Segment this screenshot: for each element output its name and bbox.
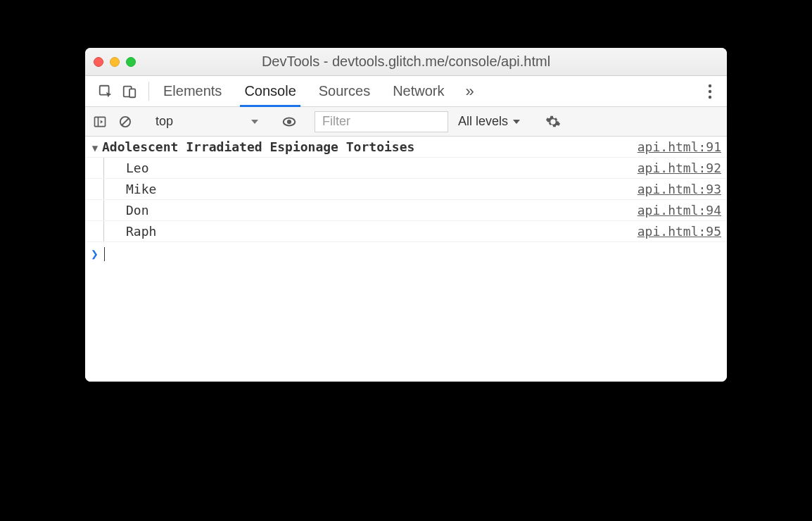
traffic-lights [94,57,136,67]
source-link[interactable]: api.html:95 [637,224,721,239]
disclosure-triangle-icon[interactable]: ▼ [88,142,102,153]
log-message: Don [126,203,637,218]
console-toolbar: top All levels [85,107,727,137]
context-value: top [156,114,173,129]
console-log-row: Mike api.html:93 [85,179,727,200]
text-cursor [104,247,105,261]
titlebar: DevTools - devtools.glitch.me/console/ap… [85,48,727,76]
svg-rect-6 [95,117,106,126]
tabs-overflow-button[interactable]: » [456,76,484,106]
chevron-down-icon [512,118,521,126]
svg-rect-2 [129,89,135,97]
svg-line-9 [122,118,129,125]
console-log-row: Raph api.html:95 [85,221,727,242]
tab-console[interactable]: Console [233,76,307,106]
svg-point-5 [709,95,711,98]
device-toolbar-icon[interactable] [118,76,141,107]
log-message: Mike [126,182,637,196]
group-label: Adolescent Irradiated Espionage Tortoise… [102,139,637,154]
svg-point-4 [709,89,711,92]
console-log-row: Leo api.html:92 [85,158,727,179]
svg-point-11 [287,119,291,123]
source-link[interactable]: api.html:91 [637,139,721,154]
log-levels-selector[interactable]: All levels [452,114,526,129]
more-options-button[interactable] [697,76,723,106]
clear-console-icon[interactable] [115,111,136,132]
main-tabs-row: Elements Console Sources Network » [85,76,727,107]
tab-sources[interactable]: Sources [307,76,381,106]
chevron-down-icon [250,118,259,126]
minimize-window-button[interactable] [110,57,120,67]
live-expression-icon[interactable] [279,111,300,132]
filter-input[interactable] [315,111,448,132]
log-message: Raph [126,224,637,239]
source-link[interactable]: api.html:94 [637,203,721,218]
main-tabs: Elements Console Sources Network » [152,76,484,106]
close-window-button[interactable] [94,57,103,67]
divider [148,82,149,101]
log-message: Leo [126,161,637,175]
console-output: ▼ Adolescent Irradiated Espionage Tortoi… [85,137,727,382]
zoom-window-button[interactable] [126,57,136,67]
console-prompt[interactable]: ❯ [85,242,727,265]
svg-point-3 [709,84,711,87]
tab-elements[interactable]: Elements [152,76,233,106]
prompt-chevron-icon: ❯ [91,246,99,261]
window-title: DevTools - devtools.glitch.me/console/ap… [85,54,727,70]
log-levels-label: All levels [458,114,508,129]
tab-network[interactable]: Network [381,76,455,106]
devtools-window: DevTools - devtools.glitch.me/console/ap… [85,48,727,382]
source-link[interactable]: api.html:92 [637,161,721,175]
console-log-row: Don api.html:94 [85,200,727,221]
source-link[interactable]: api.html:93 [637,182,721,196]
console-settings-icon[interactable] [541,114,565,130]
show-console-sidebar-icon[interactable] [89,111,110,132]
inspect-element-icon[interactable] [94,76,118,107]
console-group-header[interactable]: ▼ Adolescent Irradiated Espionage Tortoi… [85,137,727,158]
context-selector[interactable]: top [151,111,264,132]
